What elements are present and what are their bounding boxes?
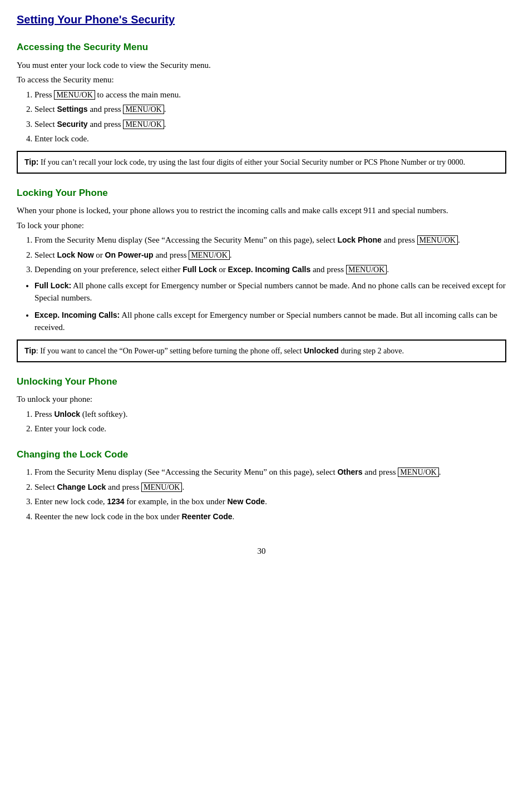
locking-step1-pre: From the Security Menu display (See “Acc… xyxy=(34,235,335,244)
changing-step2-pre: Select xyxy=(34,483,55,491)
changing-step2-kbd: MENU/OK xyxy=(141,483,182,492)
accessing-step3-mid: and press xyxy=(90,120,121,129)
accessing-step3-pre: Select xyxy=(34,120,55,129)
changing-step3-bold2: New Code xyxy=(227,497,265,506)
changing-step2: Select Change Lock and press MENU/OK. xyxy=(34,481,506,494)
changing-step4-pre: Reenter the new lock code in the box und… xyxy=(34,512,180,521)
locking-step2-pre: Select xyxy=(34,250,55,259)
locking-tip-bold: Unlocked xyxy=(304,346,339,355)
locking-step1-kbd: MENU/OK xyxy=(417,235,458,245)
changing-step1-bold: Others xyxy=(337,467,362,476)
locking-step2-bold1: Lock Now xyxy=(57,250,93,259)
accessing-step3-post: . xyxy=(164,120,166,129)
locking-step3-bold2: Excep. Incoming Calls xyxy=(228,265,311,274)
accessing-step3-kbd: MENU/OK xyxy=(123,120,164,129)
locking-bullet2-bold: Excep. Incoming Calls: xyxy=(34,311,120,319)
changing-step2-mid: and press xyxy=(108,483,139,491)
locking-bullet1: Full Lock: All phone calls except for Em… xyxy=(34,279,506,304)
accessing-step2-pre: Select xyxy=(34,105,55,114)
locking-bullet2: Excep. Incoming Calls: All phone calls e… xyxy=(34,309,506,334)
accessing-step2-kbd: MENU/OK xyxy=(123,105,164,114)
locking-step3-mid: and press xyxy=(313,265,344,274)
unlocking-step2: Enter your lock code. xyxy=(34,422,506,435)
changing-step4-post: . xyxy=(233,512,235,521)
locking-step3-post: . xyxy=(387,265,389,274)
locking-step3-pre: Depending on your preference, select eit… xyxy=(34,265,180,274)
changing-step1-kbd: MENU/OK xyxy=(398,467,438,477)
accessing-tip-text: If you can’t recall your lock code, try … xyxy=(38,158,465,166)
locking-step3-kbd: MENU/OK xyxy=(346,265,387,274)
locking-intro2: To lock your phone: xyxy=(17,219,506,232)
locking-bullets: Full Lock: All phone calls except for Em… xyxy=(34,279,506,334)
locking-bullet1-bold: Full Lock: xyxy=(34,281,71,290)
changing-steps-list: From the Security Menu display (See “Acc… xyxy=(34,466,506,523)
changing-step1-mid: and press xyxy=(364,467,396,476)
locking-tip-label: Tip xyxy=(24,346,36,355)
changing-step1: From the Security Menu display (See “Acc… xyxy=(34,466,506,479)
locking-step3: Depending on your preference, select eit… xyxy=(34,263,506,276)
accessing-tip-label: Tip: xyxy=(24,158,38,166)
accessing-steps-list: Press MENU/OK to access the main menu. S… xyxy=(34,88,506,145)
section-title-locking: Locking Your Phone xyxy=(17,186,506,200)
changing-step3: Enter new lock code, 1234 for example, i… xyxy=(34,495,506,508)
locking-step1: From the Security Menu display (See “Acc… xyxy=(34,234,506,247)
section-title-unlocking: Unlocking Your Phone xyxy=(17,375,506,389)
accessing-step4: Enter lock code. xyxy=(34,132,506,145)
locking-step2-kbd: MENU/OK xyxy=(189,250,229,260)
unlocking-step1-pre: Press xyxy=(34,410,52,419)
page-number: 30 xyxy=(17,545,506,558)
locking-step1-post: . xyxy=(458,235,460,244)
locking-step1-mid: and press xyxy=(384,235,415,244)
locking-step3-or: or xyxy=(219,265,226,274)
accessing-intro1: You must enter your lock code to view th… xyxy=(17,59,506,72)
unlocking-step1-bold: Unlock xyxy=(54,410,80,419)
changing-step4-bold: Reenter Code xyxy=(182,512,233,521)
changing-step3-pre: Enter new lock code, xyxy=(34,497,105,506)
accessing-step3-bold: Security xyxy=(57,120,87,129)
unlocking-intro: To unlock your phone: xyxy=(17,393,506,406)
accessing-step2-post: . xyxy=(164,105,166,114)
changing-step1-post: . xyxy=(439,467,441,476)
accessing-tip-box: Tip: If you can’t recall your lock code,… xyxy=(17,151,506,174)
changing-step3-bold1: 1234 xyxy=(107,497,124,506)
locking-bullet1-text: All phone calls except for Emergency num… xyxy=(34,281,506,303)
changing-step2-post: . xyxy=(182,483,184,491)
unlocking-steps-list: Press Unlock (left softkey). Enter your … xyxy=(34,408,506,435)
accessing-step1-kbd: MENU/OK xyxy=(54,90,95,100)
locking-tip-text: : If you want to cancel the “On Power-up… xyxy=(36,347,302,355)
accessing-step2: Select Settings and press MENU/OK. xyxy=(34,103,506,116)
section-title-changing: Changing the Lock Code xyxy=(17,447,506,462)
locking-step1-bold: Lock Phone xyxy=(337,235,381,244)
locking-steps-list: From the Security Menu display (See “Acc… xyxy=(34,234,506,276)
changing-step3-mid: for example, in the box under xyxy=(126,497,225,506)
changing-step4: Reenter the new lock code in the box und… xyxy=(34,510,506,523)
locking-step2-bold2: On Power-up xyxy=(105,250,154,259)
page-title: Setting Your Phone's Security xyxy=(17,11,506,28)
unlocking-step1: Press Unlock (left softkey). xyxy=(34,408,506,421)
locking-step2-post: . xyxy=(230,250,232,259)
section-title-accessing: Accessing the Security Menu xyxy=(17,40,506,55)
changing-step1-pre: From the Security Menu display (See “Acc… xyxy=(34,467,335,476)
locking-tip-box: Tip: If you want to cancel the “On Power… xyxy=(17,339,506,362)
unlocking-step1-post: (left softkey). xyxy=(82,410,128,419)
accessing-step2-mid: and press xyxy=(90,105,121,114)
accessing-step3: Select Security and press MENU/OK. xyxy=(34,118,506,131)
accessing-step2-bold: Settings xyxy=(57,105,87,114)
locking-intro: When your phone is locked, your phone al… xyxy=(17,204,506,217)
accessing-step1-pre: Press xyxy=(34,90,52,99)
changing-step3-post: . xyxy=(265,497,267,506)
locking-step3-bold1: Full Lock xyxy=(182,265,216,274)
accessing-intro2: To access the Security menu: xyxy=(17,73,506,86)
locking-step2-mid: and press xyxy=(155,250,186,259)
accessing-step1: Press MENU/OK to access the main menu. xyxy=(34,88,506,101)
locking-step2-or: or xyxy=(96,250,103,259)
changing-step2-bold: Change Lock xyxy=(57,483,106,491)
accessing-step1-post: to access the main menu. xyxy=(97,90,181,99)
locking-tip-text2: during step 2 above. xyxy=(339,347,404,355)
locking-step2: Select Lock Now or On Power-up and press… xyxy=(34,249,506,262)
